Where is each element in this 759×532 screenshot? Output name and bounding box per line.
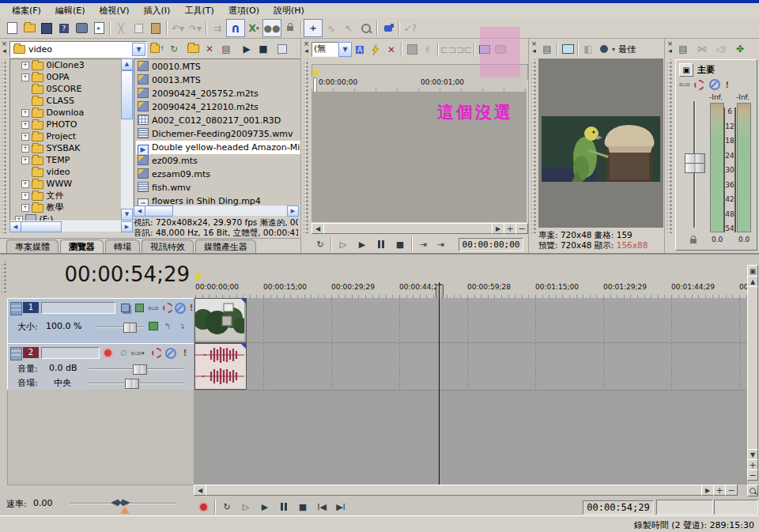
scroll-down-icon[interactable]: ▼ [121, 209, 133, 221]
auto-crossfade-icon[interactable]: X▾ [245, 20, 262, 36]
tab-media-generators[interactable]: 媒體產生器 [195, 240, 256, 254]
volume-slider-knob[interactable] [133, 364, 147, 375]
scroll-thumb[interactable] [206, 485, 702, 496]
publish-icon[interactable]: ▸ [90, 20, 108, 36]
track-motion-icon[interactable] [119, 302, 131, 314]
selection-tool-icon[interactable]: ↖ [340, 20, 357, 36]
delete-icon[interactable]: ✕ [202, 41, 217, 56]
menu-tools[interactable]: 工具(T) [177, 5, 221, 17]
scroll-left-icon[interactable]: ◀ [134, 206, 145, 217]
panel-close-icon[interactable]: ×◂ [531, 40, 538, 56]
new-project-icon[interactable] [3, 20, 21, 36]
transport-timecode[interactable]: 00:00:54;29 [583, 500, 654, 515]
scroll-right-icon[interactable]: ▶ [121, 221, 133, 232]
selection-length-field[interactable] [714, 500, 758, 515]
track1-size-value[interactable]: 100.0 % [46, 321, 81, 331]
file-list[interactable]: 00010.MTS 00013.MTS 20090424_205752.m2ts… [134, 58, 301, 206]
tree-item[interactable]: + WWW [21, 178, 132, 190]
tree-item[interactable]: + 0OPA [21, 71, 132, 83]
redo-icon[interactable]: ↷▾ [187, 20, 204, 36]
bus-icon[interactable]: ▣ [679, 63, 693, 77]
preview-quality-icon[interactable] [596, 42, 612, 57]
zoom-in-time-icon[interactable]: + [713, 485, 726, 496]
play-from-start-icon[interactable]: ▷ [334, 237, 353, 251]
tree-item[interactable]: CLASS [21, 95, 132, 107]
open-icon[interactable] [21, 20, 38, 36]
track-automation-icon[interactable] [161, 302, 174, 314]
menu-view[interactable]: 檢視(V) [92, 5, 136, 17]
tracks-empty-area[interactable] [194, 391, 747, 496]
tree-item[interactable]: + 文件 [21, 190, 132, 202]
timeline-grip[interactable] [2, 261, 7, 292]
auto-ripple-icon[interactable]: ⇉ [209, 20, 226, 36]
menu-edit[interactable]: 編輯(E) [48, 5, 93, 17]
timeline-time-display[interactable]: 00:00:54;29 [32, 262, 190, 286]
tab-project-media[interactable]: 專案媒體 [6, 240, 59, 254]
panel-close-icon[interactable]: ×◂ [666, 40, 674, 56]
marker-lane[interactable] [194, 265, 747, 283]
tab-transitions[interactable]: 轉場 [105, 240, 140, 254]
scroll-left-icon[interactable]: ◀ [312, 223, 324, 234]
file-item-selected[interactable]: ▶Double yellow-headed Amazon-Mike's sing… [136, 141, 300, 154]
properties-icon[interactable]: ? [55, 20, 73, 36]
new-folder-icon[interactable] [185, 41, 201, 56]
envelope-tool-icon[interactable]: ∿ [323, 20, 340, 36]
tree-item[interactable]: + 0iClone3 [21, 59, 132, 71]
scroll-right-icon[interactable]: ▶ [287, 206, 299, 217]
timeline-ruler[interactable]: 00:00:00;00 00:00:15;00 00:00:29;29 00:0… [194, 282, 747, 299]
scroll-thumb[interactable] [747, 286, 758, 450]
panel-close-icon[interactable]: ×◂ [303, 40, 310, 56]
playhead-line[interactable] [439, 282, 440, 496]
scroll-right-icon[interactable]: ▶ [701, 485, 714, 496]
track1-number[interactable]: 1 [23, 302, 39, 313]
trimmer-cursor-handle[interactable] [313, 77, 317, 92]
paste-icon[interactable] [147, 20, 164, 36]
track-fx-icon[interactable] [133, 302, 145, 314]
panel-grip[interactable] [304, 59, 309, 233]
zoom-out-time-icon[interactable]: − [515, 223, 528, 234]
track-plugin-icon[interactable]: o▫o▾ [131, 347, 144, 359]
label-takes-icon[interactable]: A [352, 42, 368, 57]
track1-header[interactable]: 1 o▫o ! 大小: 100.0 % ↰ ↴ [7, 298, 194, 344]
trimmer-hscrollbar[interactable]: ◀ ▶ + − [312, 223, 527, 234]
file-item[interactable]: 00013.MTS [136, 74, 300, 87]
track2-pan-value[interactable]: 中央 [54, 377, 71, 389]
automation-icon[interactable] [694, 80, 704, 90]
track1-lane[interactable] [194, 298, 747, 343]
tab-explorer[interactable]: 瀏覽器 [60, 240, 104, 254]
tab-video-fx[interactable]: 視訊特效 [142, 240, 194, 254]
goto-end-icon[interactable]: ⇥ [432, 237, 449, 251]
scroll-thumb[interactable] [21, 221, 62, 232]
insert-bus-icon[interactable]: ✤ [732, 42, 748, 57]
track-grip-icon[interactable] [10, 302, 22, 315]
undo-icon[interactable]: ↶▾ [169, 20, 187, 36]
track2-number[interactable]: 2 [23, 347, 39, 358]
track2-header[interactable]: 2 ∅ o▫o▾ ! 音量: 0.0 dB 音場: 中央 [7, 343, 194, 391]
track-solo-icon[interactable]: ! [179, 347, 191, 359]
scrub-control-icon[interactable]: ◂◆◆▸ [111, 496, 129, 507]
tree-item[interactable]: + 教學 [21, 202, 132, 213]
stop-icon[interactable]: ■ [391, 237, 410, 251]
file-item[interactable]: fish.wmv [136, 181, 300, 194]
interactive-hand-icon[interactable] [380, 20, 397, 36]
add-media-from-cursor-icon[interactable]: ⊏⊐ [440, 42, 456, 57]
loop-playback-icon[interactable]: ↻ [217, 500, 236, 514]
goto-end-icon[interactable]: ▶Ⅰ [331, 500, 350, 514]
marker-flag-icon[interactable] [313, 70, 320, 77]
tracks-area[interactable] [194, 298, 747, 496]
scroll-thumb[interactable] [145, 206, 173, 217]
track2-name-field[interactable] [41, 347, 100, 359]
zoom-tool-icon[interactable] [357, 20, 375, 36]
file-item[interactable]: A002_C012_080217_001.R3D [136, 114, 300, 127]
file-item[interactable]: ezsam09.mts [136, 168, 300, 181]
downmix-icon[interactable]: ⋈ [694, 42, 710, 57]
goto-start-icon[interactable]: Ⅰ◀ [312, 500, 331, 514]
menu-insert[interactable]: 插入(I) [137, 5, 178, 17]
combo-dropdown-icon[interactable]: ▼ [338, 42, 352, 57]
zoom-out-track-icon[interactable]: − [747, 470, 758, 481]
track-mute-icon[interactable] [164, 347, 177, 359]
audio-event[interactable] [194, 343, 247, 390]
record-icon[interactable] [194, 500, 213, 514]
file-item[interactable]: 00010.MTS [136, 60, 300, 74]
mute-icon[interactable] [709, 79, 720, 90]
